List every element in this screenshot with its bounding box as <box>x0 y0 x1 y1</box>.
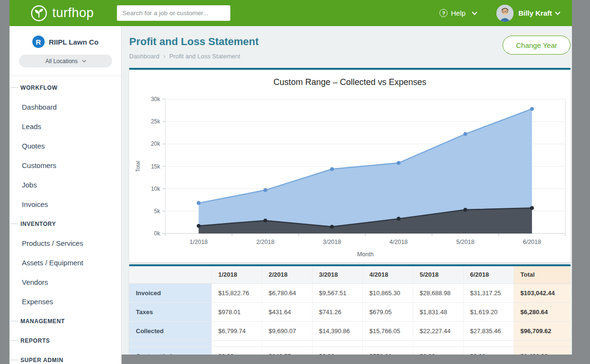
col-header-5-2018: 5/2018 <box>413 266 463 283</box>
gap-cell <box>211 340 262 346</box>
svg-text:1/2018: 1/2018 <box>190 239 208 245</box>
svg-text:20k: 20k <box>151 140 161 147</box>
sidebar-section-super-admin: SUPER ADMIN <box>10 350 121 364</box>
change-year-button[interactable]: Change Year <box>503 36 571 55</box>
sidebar-section-label: WORKFLOW <box>20 84 57 91</box>
sidebar-section-label: REPORTS <box>20 337 50 344</box>
breadcrumb-dashboard[interactable]: Dashboard <box>129 53 160 60</box>
cell-invoiced-2-2018: $6,780.64 <box>262 283 312 302</box>
svg-text:3/2018: 3/2018 <box>323 239 341 245</box>
locations-dropdown[interactable]: All Locations <box>19 55 112 67</box>
row-label: Invoiced <box>129 283 211 302</box>
cell-invoiced-total: $103,042.44 <box>514 283 571 302</box>
cell-invoiced-5-2018: $28,688.98 <box>413 283 463 302</box>
sidebar-item-vendors[interactable]: Vendors <box>10 272 121 292</box>
sidebar-item-invoices[interactable]: Invoices <box>10 195 121 214</box>
sidebar-section-inventory: INVENTORY <box>10 214 121 233</box>
sidebar-item-expenses[interactable]: Expenses <box>10 292 121 311</box>
svg-text:10k: 10k <box>151 186 161 192</box>
gap-cell <box>129 340 211 346</box>
desktop-background: turfhop ? Help Billy <box>0 0 590 364</box>
col-header-total: Total <box>514 266 571 283</box>
help-icon: ? <box>439 9 447 17</box>
col-header-6-2018: 6/2018 <box>463 266 514 283</box>
company-name: RIIPL Lawn Co <box>49 38 99 46</box>
sidebar-item-products-services[interactable]: Products / Services <box>10 233 121 253</box>
cell-collected-1-2018: $6,799.74 <box>211 321 262 340</box>
brand-wordmark: turfhop <box>52 6 94 20</box>
table-row-taxes: Taxes$978.01$431.64$741.26$679.05$1,831.… <box>129 302 571 321</box>
cell-collected-2-2018: $9,690.07 <box>262 321 312 340</box>
cell-contract-labor-total: $1,401.23 <box>514 346 571 355</box>
app-window: turfhop ? Help Billy <box>10 0 572 364</box>
svg-text:4/2018: 4/2018 <box>390 239 408 245</box>
gap-cell <box>514 340 571 346</box>
sidebar-item-customers[interactable]: Customers <box>10 156 121 175</box>
tree-dash-icon <box>10 321 18 321</box>
locations-label: All Locations <box>45 58 77 65</box>
company-block: R RIIPL Lawn Co All Locations <box>10 26 121 76</box>
svg-text:5/2018: 5/2018 <box>456 239 474 245</box>
sidebar-section-management: MANAGEMENT <box>10 311 121 331</box>
cell-taxes-4-2018: $679.05 <box>362 302 413 321</box>
gap-cell <box>312 340 362 346</box>
company-row: R RIIPL Lawn Co <box>10 36 121 48</box>
svg-text:0k: 0k <box>154 230 161 237</box>
sidebar-section-reports: REPORTS <box>10 331 121 350</box>
svg-text:Month: Month <box>357 251 374 258</box>
table-row-contract-labor: Contract Labor$0.00$842.55$0.00$558.68$0… <box>129 346 571 355</box>
collected-vs-expenses-chart: 0k5k10k15k20k25k30k1/20182/20183/20184/2… <box>129 89 571 260</box>
row-label: Collected <box>129 321 211 340</box>
pnl-table: 1/20182/20183/20184/20185/20186/2018Tota… <box>129 266 571 355</box>
sidebar-section-label: SUPER ADMIN <box>20 357 63 364</box>
svg-text:6/2018: 6/2018 <box>523 239 541 245</box>
topbar: turfhop ? Help Billy <box>10 0 572 26</box>
cell-contract-labor-6-2018: $0.00 <box>463 346 514 355</box>
gap-cell <box>413 340 463 346</box>
cell-contract-labor-2-2018: $842.55 <box>262 346 312 355</box>
sidebar-nav: WORKFLOWDashboardLeadsQuotesCustomersJob… <box>10 76 121 364</box>
cell-invoiced-6-2018: $31,317.25 <box>463 283 514 302</box>
search-input[interactable] <box>117 5 230 21</box>
gap-cell <box>262 340 312 346</box>
page-header: Profit and Loss Statement Dashboard › Pr… <box>129 36 571 60</box>
chevron-down-icon <box>555 9 560 15</box>
svg-text:5k: 5k <box>154 208 161 215</box>
col-header-row-label <box>129 266 211 283</box>
help-menu[interactable]: ? Help <box>439 9 476 17</box>
svg-text:2/2018: 2/2018 <box>256 239 274 245</box>
row-label: Contract Labor <box>129 346 211 355</box>
col-header-4-2018: 4/2018 <box>362 266 413 283</box>
sidebar-section-label: INVENTORY <box>20 221 56 227</box>
table-header-row: 1/20182/20183/20184/20185/20186/2018Tota… <box>129 266 571 283</box>
user-menu[interactable]: Billy Kraft <box>496 5 560 22</box>
chevron-down-icon <box>472 9 477 15</box>
row-label: Taxes <box>129 302 211 321</box>
sidebar-item-leads[interactable]: Leads <box>10 117 121 136</box>
page-title: Profit and Loss Statement <box>129 36 259 48</box>
cell-collected-6-2018: $27,835.46 <box>463 321 514 340</box>
cell-taxes-3-2018: $741.26 <box>312 302 362 321</box>
sidebar-item-dashboard[interactable]: Dashboard <box>10 97 121 117</box>
breadcrumb-separator-icon: › <box>163 52 166 60</box>
profit-loss-chart: 0k5k10k15k20k25k30k1/20182/20183/20184/2… <box>129 89 571 260</box>
cell-taxes-6-2018: $1,619.20 <box>463 302 514 321</box>
cell-taxes-2-2018: $431.64 <box>262 302 312 321</box>
svg-text:30k: 30k <box>151 96 161 103</box>
cell-invoiced-1-2018: $15,822.76 <box>211 283 262 302</box>
svg-text:25k: 25k <box>151 118 161 125</box>
cell-collected-3-2018: $14,390.86 <box>312 321 362 340</box>
sidebar-item-jobs[interactable]: Jobs <box>10 175 121 195</box>
main-content: Profit and Loss Statement Dashboard › Pr… <box>122 26 572 355</box>
sidebar-item-assets-equipment[interactable]: Assets / Equipment <box>10 253 121 272</box>
table-row-collected: Collected$6,799.74$9,690.07$14,390.86$15… <box>129 321 571 340</box>
sidebar-item-quotes[interactable]: Quotes <box>10 136 121 156</box>
page-title-block: Profit and Loss Statement Dashboard › Pr… <box>129 36 259 60</box>
tree-dash-icon <box>10 224 18 224</box>
col-header-3-2018: 3/2018 <box>312 266 362 283</box>
cell-taxes-5-2018: $1,831.48 <box>413 302 463 321</box>
col-header-1-2018: 1/2018 <box>211 266 262 283</box>
breadcrumb: Dashboard › Profit and Loss Statement <box>129 52 259 60</box>
chart-title: Custom Range – Collected vs Expenses <box>129 70 571 87</box>
svg-text:Total: Total <box>135 161 141 172</box>
